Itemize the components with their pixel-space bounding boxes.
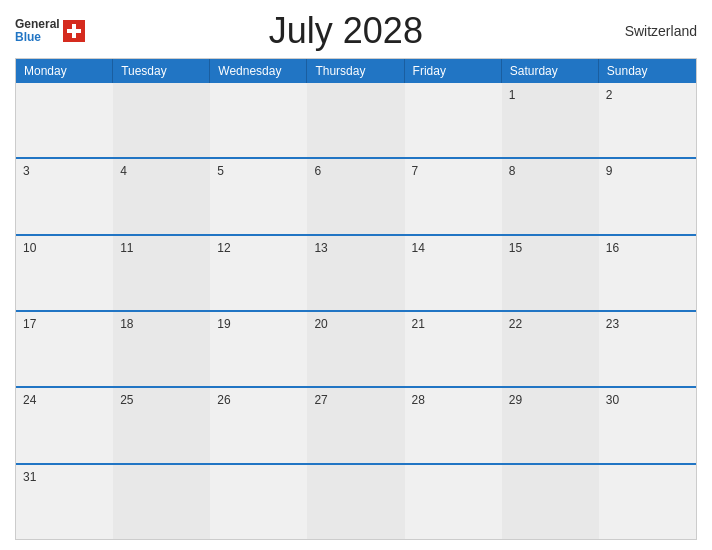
day-number: 5 [217,164,224,178]
day-cell: 11 [113,236,210,310]
day-number: 7 [412,164,419,178]
day-cell [210,465,307,539]
day-cell: 12 [210,236,307,310]
day-number: 1 [509,88,516,102]
day-cell: 19 [210,312,307,386]
day-cell [16,83,113,157]
day-cell: 31 [16,465,113,539]
day-cell: 26 [210,388,307,462]
day-number: 28 [412,393,425,407]
day-cell: 10 [16,236,113,310]
day-number: 26 [217,393,230,407]
day-cell: 29 [502,388,599,462]
day-cell: 8 [502,159,599,233]
header: General Blue July 2028 Switzerland [15,10,697,52]
day-number: 20 [314,317,327,331]
weeks-container: 1234567891011121314151617181920212223242… [16,83,696,539]
day-cell: 27 [307,388,404,462]
day-number: 14 [412,241,425,255]
day-cell [502,465,599,539]
day-number: 6 [314,164,321,178]
day-number: 27 [314,393,327,407]
col-saturday: Saturday [502,59,599,83]
day-cell: 1 [502,83,599,157]
day-number: 10 [23,241,36,255]
swiss-flag-icon [63,20,85,42]
day-cell: 4 [113,159,210,233]
day-cell: 28 [405,388,502,462]
day-number: 19 [217,317,230,331]
day-cell [113,83,210,157]
day-number: 21 [412,317,425,331]
day-cell [405,83,502,157]
day-number: 2 [606,88,613,102]
week-row: 10111213141516 [16,234,696,310]
col-friday: Friday [405,59,502,83]
day-number: 24 [23,393,36,407]
day-cell: 21 [405,312,502,386]
day-cell: 25 [113,388,210,462]
calendar-grid: Monday Tuesday Wednesday Thursday Friday… [15,58,697,540]
day-cell: 15 [502,236,599,310]
day-number: 3 [23,164,30,178]
svg-rect-2 [67,29,81,33]
week-row: 17181920212223 [16,310,696,386]
calendar-title: July 2028 [85,10,607,52]
day-cell: 3 [16,159,113,233]
day-number: 16 [606,241,619,255]
day-cell: 23 [599,312,696,386]
column-headers: Monday Tuesday Wednesday Thursday Friday… [16,59,696,83]
day-cell [599,465,696,539]
day-cell: 20 [307,312,404,386]
day-cell: 22 [502,312,599,386]
calendar-page: General Blue July 2028 Switzerland Monda… [0,0,712,550]
col-monday: Monday [16,59,113,83]
day-cell: 24 [16,388,113,462]
day-number: 11 [120,241,133,255]
day-number: 30 [606,393,619,407]
week-row: 31 [16,463,696,539]
day-number: 4 [120,164,127,178]
day-number: 18 [120,317,133,331]
day-number: 8 [509,164,516,178]
day-number: 15 [509,241,522,255]
day-cell: 17 [16,312,113,386]
day-cell: 18 [113,312,210,386]
day-number: 9 [606,164,613,178]
col-thursday: Thursday [307,59,404,83]
day-cell: 30 [599,388,696,462]
day-number: 29 [509,393,522,407]
day-cell: 14 [405,236,502,310]
day-number: 23 [606,317,619,331]
day-number: 13 [314,241,327,255]
day-cell: 6 [307,159,404,233]
day-number: 25 [120,393,133,407]
day-number: 31 [23,470,36,484]
day-cell: 13 [307,236,404,310]
day-cell [307,83,404,157]
week-row: 12 [16,83,696,157]
col-wednesday: Wednesday [210,59,307,83]
day-cell: 7 [405,159,502,233]
day-cell [210,83,307,157]
logo: General Blue [15,18,85,44]
col-sunday: Sunday [599,59,696,83]
day-cell [113,465,210,539]
col-tuesday: Tuesday [113,59,210,83]
day-number: 12 [217,241,230,255]
week-row: 3456789 [16,157,696,233]
logo-blue-text: Blue [15,31,60,44]
day-number: 22 [509,317,522,331]
week-row: 24252627282930 [16,386,696,462]
day-cell: 5 [210,159,307,233]
day-cell [307,465,404,539]
day-cell [405,465,502,539]
day-number: 17 [23,317,36,331]
day-cell: 9 [599,159,696,233]
day-cell: 2 [599,83,696,157]
country-label: Switzerland [607,23,697,39]
day-cell: 16 [599,236,696,310]
